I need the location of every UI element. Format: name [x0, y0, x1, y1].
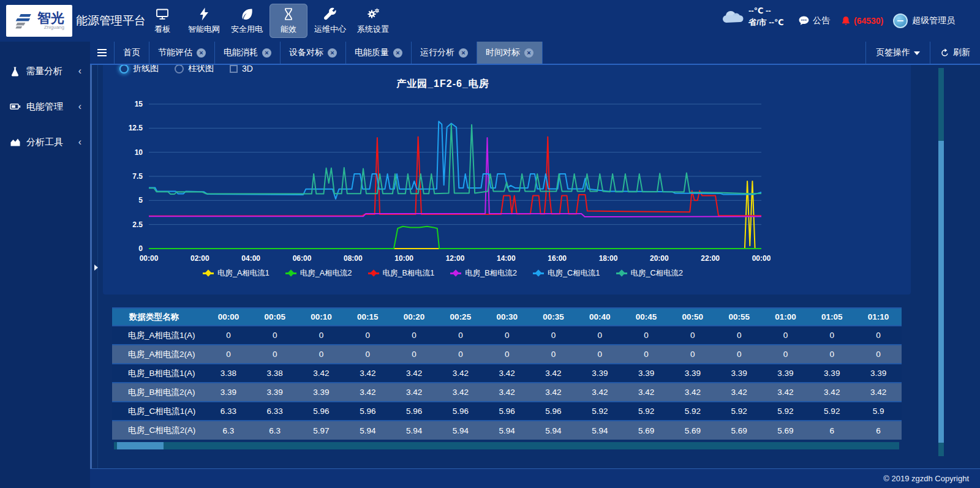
- tab-item[interactable]: 时间对标×: [477, 42, 543, 64]
- vertical-scrollbar[interactable]: [938, 68, 944, 456]
- radio-bar-label: 柱状图: [188, 65, 214, 74]
- table-row: 电房_B相电流2(A)3.393.393.393.423.423.423.423…: [112, 383, 902, 402]
- nav-item-leaf[interactable]: 安全用电: [227, 4, 267, 38]
- legend-label: 电房_C相电流2: [631, 268, 683, 279]
- nav-item-wrench[interactable]: 运维中心: [310, 4, 350, 38]
- tab-label: 电能消耗: [224, 47, 258, 58]
- value-cell: 5.9: [855, 402, 902, 421]
- value-cell: 3.39: [623, 364, 669, 383]
- tab-item[interactable]: 节能评估×: [149, 42, 215, 64]
- radio-selected-icon: [119, 65, 129, 73]
- x-axis-tick-label: 00:00: [140, 254, 159, 263]
- tab-close-icon[interactable]: ×: [393, 48, 402, 58]
- x-axis-tick-label: 14:00: [497, 254, 516, 263]
- nav-item-lightning[interactable]: 智能电网: [184, 4, 224, 38]
- table-header-cell: 00:20: [391, 308, 437, 326]
- chart-type-radio-bar[interactable]: 柱状图: [175, 65, 214, 74]
- legend-item[interactable]: 电房_B相电流2: [450, 268, 517, 279]
- tab-close-icon[interactable]: ×: [328, 48, 337, 58]
- nav-item-hourglass[interactable]: 能效: [270, 4, 307, 38]
- y-axis-tick-label: 10: [135, 148, 143, 157]
- horizontal-scrollbar-thumb[interactable]: [117, 442, 164, 449]
- tab-item[interactable]: 运行分析×: [412, 42, 477, 64]
- value-cell: 0: [344, 345, 391, 364]
- user-menu[interactable]: 超级管理员: [893, 13, 955, 28]
- sidebar-item-label: 电能管理: [26, 101, 78, 113]
- value-cell: 0: [391, 326, 437, 345]
- value-cell: 0: [484, 326, 530, 345]
- value-cell: 5.97: [298, 421, 345, 440]
- app-logo[interactable]: 智光 Zhiguang: [6, 5, 72, 37]
- chat-bubble-icon: [798, 15, 810, 26]
- announcement-button[interactable]: 公告: [798, 15, 830, 26]
- value-cell: 0: [298, 345, 345, 364]
- value-cell: 3.42: [809, 383, 855, 402]
- value-cell: 3.39: [716, 364, 763, 383]
- legend-item[interactable]: 电房_A相电流2: [285, 268, 352, 279]
- row-name-cell: 电房_A相电流1(A): [112, 326, 205, 345]
- value-cell: 3.42: [716, 383, 763, 402]
- legend-item[interactable]: 电房_B相电流1: [368, 268, 435, 279]
- legend-marker-icon: [533, 271, 544, 276]
- tab-label: 首页: [123, 47, 140, 58]
- table-header-cell: 00:35: [530, 308, 577, 326]
- value-cell: 0: [530, 326, 577, 345]
- table-header-cell: 00:55: [716, 308, 763, 326]
- chart-3d-checkbox[interactable]: 3D: [230, 65, 253, 73]
- nav-item-label: 安全用电: [231, 24, 263, 35]
- chart-type-radio-line[interactable]: 折线图: [119, 65, 159, 74]
- y-axis-tick-label: 2.5: [132, 220, 143, 229]
- tab-label: 时间对标: [486, 47, 520, 58]
- legend-item[interactable]: 电房_C相电流2: [616, 268, 683, 279]
- tab-item[interactable]: 首页: [115, 42, 149, 64]
- sidebar-item-battery[interactable]: 电能管理‹: [0, 93, 90, 120]
- tab-bar: 首页节能评估×电能消耗×设备对标×电能质量×运行分析×时间对标× 页签操作 刷新: [90, 42, 980, 65]
- nav-item-gears[interactable]: 系统设置: [353, 4, 393, 38]
- tab-label: 设备对标: [289, 47, 323, 58]
- chevron-left-icon: ‹: [78, 101, 81, 112]
- table-header-cell: 00:00: [205, 308, 252, 326]
- tab-label: 电能质量: [355, 47, 389, 58]
- value-cell: 6.33: [205, 402, 252, 421]
- tab-label: 节能评估: [158, 47, 192, 58]
- tab-close-icon[interactable]: ×: [197, 48, 206, 58]
- y-axis-tick-label: 0: [138, 244, 143, 253]
- tab-ops-button[interactable]: 页签操作: [865, 42, 930, 64]
- horizontal-scrollbar[interactable]: [114, 442, 899, 449]
- value-cell: 3.42: [530, 364, 577, 383]
- table-row: 电房_A相电流2(A)000000000000000: [112, 345, 902, 364]
- sidebar-collapse-handle[interactable]: [90, 65, 98, 468]
- sidebar-item-flask[interactable]: 需量分析‹: [0, 58, 90, 84]
- hamburger-button[interactable]: [90, 42, 115, 64]
- legend-item[interactable]: 电房_C相电流1: [533, 268, 600, 279]
- value-cell: 0: [576, 326, 623, 345]
- tab-ops-label: 页签操作: [876, 47, 910, 58]
- sidebar-item-chart-area[interactable]: 分析工具‹: [0, 129, 90, 156]
- value-cell: 6.3: [252, 421, 298, 440]
- x-axis-tick-label: 20:00: [650, 254, 669, 263]
- vertical-scrollbar-thumb[interactable]: [938, 141, 944, 443]
- nav-item-monitor[interactable]: 看板: [143, 4, 181, 38]
- legend-marker-icon: [450, 271, 461, 276]
- tab-close-icon[interactable]: ×: [262, 48, 271, 58]
- table-row: 电房_B相电流1(A)3.383.383.423.423.423.423.423…: [112, 364, 902, 383]
- value-cell: 0: [298, 326, 345, 345]
- tab-item[interactable]: 电能质量×: [346, 42, 412, 64]
- value-cell: 0: [205, 326, 252, 345]
- value-cell: 0: [530, 345, 577, 364]
- alarm-button[interactable]: (64530): [840, 15, 883, 27]
- value-cell: 0: [484, 345, 530, 364]
- refresh-button[interactable]: 刷新: [930, 42, 980, 64]
- tab-close-icon[interactable]: ×: [459, 48, 468, 58]
- value-cell: 0: [809, 326, 855, 345]
- x-axis-tick-label: 12:00: [446, 254, 465, 263]
- chevron-down-icon: [914, 51, 920, 55]
- legend-item[interactable]: 电房_A相电流1: [203, 268, 270, 279]
- tab-close-icon[interactable]: ×: [524, 48, 533, 58]
- weather-widget[interactable]: --℃ -- 省/市 --℃: [723, 6, 784, 28]
- tab-item[interactable]: 设备对标×: [281, 42, 346, 64]
- lightning-icon: [197, 7, 211, 21]
- tab-item[interactable]: 电能消耗×: [215, 42, 281, 64]
- chart-area-icon: [10, 137, 21, 148]
- value-cell: 6.3: [205, 421, 252, 440]
